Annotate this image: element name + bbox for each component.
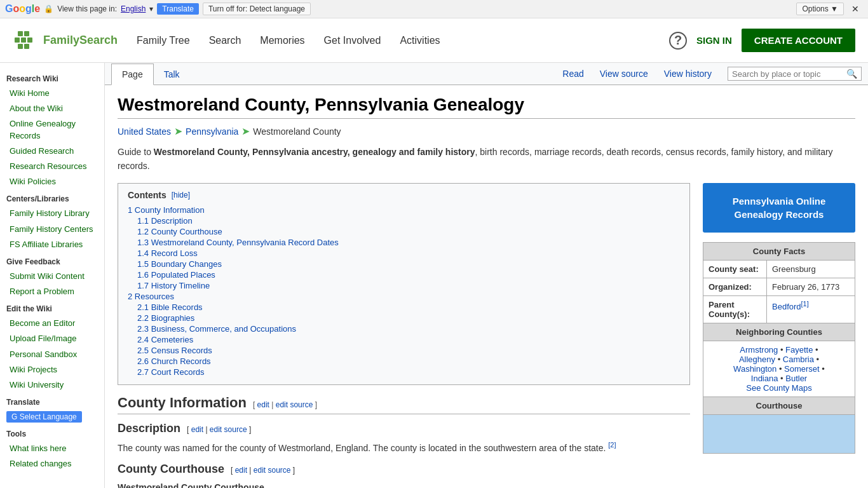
sidebar-item-submit-wiki[interactable]: Submit Wiki Content xyxy=(0,269,104,284)
washington-link[interactable]: Washington xyxy=(733,364,776,374)
svg-rect-6 xyxy=(18,44,23,49)
organized-value: February 26, 1773 xyxy=(767,278,855,295)
tab-talk[interactable]: Talk xyxy=(154,64,190,85)
contents-link-1-1[interactable]: 1.1 Description xyxy=(137,216,193,226)
wiki-search-input[interactable] xyxy=(732,69,846,79)
breadcrumb-pa[interactable]: Pennsylvania xyxy=(186,126,238,137)
sidebar-item-online-genealogy[interactable]: Online Genealogy Records xyxy=(0,116,104,143)
list-item: 2.4 Cemeteries xyxy=(128,335,680,344)
contents-link-1-4[interactable]: 1.4 Record Loss xyxy=(137,248,198,258)
sidebar-item-what-links-here[interactable]: What links here xyxy=(0,441,104,456)
sidebar-item-wiki-university[interactable]: Wiki University xyxy=(0,377,104,393)
sidebar-item-wiki-policies[interactable]: Wiki Policies xyxy=(0,174,104,189)
fayette-link[interactable]: Fayette xyxy=(785,345,813,355)
sidebar-item-guided-research[interactable]: Guided Research xyxy=(0,144,104,159)
courthouse-edit-link[interactable]: edit xyxy=(235,466,247,475)
breadcrumb-us[interactable]: United States xyxy=(118,126,171,137)
contents-hide-link[interactable]: [hide] xyxy=(172,191,190,200)
tab-read[interactable]: Read xyxy=(556,64,590,84)
desc-edit-source-link[interactable]: edit source xyxy=(210,425,247,434)
courthouse-image-cell xyxy=(703,414,855,453)
tab-view-history[interactable]: View history xyxy=(658,64,718,84)
nav-memories[interactable]: Memories xyxy=(260,35,304,46)
contents-link-2-1[interactable]: 2.1 Bible Records xyxy=(137,302,203,312)
list-item: 2.5 Census Records xyxy=(128,346,680,355)
parent-ref-link[interactable]: [1] xyxy=(801,300,809,308)
pa-records-button[interactable]: Pennsylvania OnlineGenealogy Records xyxy=(703,183,855,233)
county-info-edit-source-link[interactable]: edit source xyxy=(276,400,313,409)
translate-button[interactable]: Translate xyxy=(157,3,199,15)
contents-link-1-6[interactable]: 1.6 Populated Places xyxy=(137,270,215,280)
wiki-area: Page Talk Read View source View history … xyxy=(105,63,868,488)
options-button[interactable]: Options ▼ xyxy=(796,3,844,15)
tab-view-source[interactable]: View source xyxy=(593,64,654,84)
bedford-link[interactable]: Bedford xyxy=(772,302,801,311)
help-icon[interactable]: ? xyxy=(669,32,687,50)
allegheny-link[interactable]: Allegheny xyxy=(739,355,775,364)
see-county-maps-link[interactable]: See County Maps xyxy=(746,383,811,393)
svg-rect-2 xyxy=(24,31,29,36)
sign-in-button[interactable]: SIGN IN xyxy=(696,35,732,46)
parent-county-value: Bedford[1] xyxy=(767,295,855,323)
list-item: 1.3 Westmoreland County, Pennsylvania Re… xyxy=(128,238,680,247)
sidebar-item-about-wiki[interactable]: About the Wiki xyxy=(0,101,104,116)
contents-link-1[interactable]: 1 County Information xyxy=(128,205,205,215)
contents-header: Contents [hide] xyxy=(128,190,680,200)
select-language-btn[interactable]: G Select Language xyxy=(6,411,82,423)
courthouse-edit-source-link[interactable]: edit source xyxy=(254,466,291,475)
sidebar-item-research-resources[interactable]: Research Resources xyxy=(0,159,104,174)
contents-link-2-4[interactable]: 2.4 Cemeteries xyxy=(137,335,193,344)
wiki-search-button[interactable]: 🔍 xyxy=(846,69,857,79)
translate-lang-link[interactable]: English xyxy=(121,4,146,13)
contents-link-2[interactable]: 2 Resources xyxy=(128,292,174,301)
indiana-link[interactable]: Indiana xyxy=(751,374,778,383)
sidebar-item-family-history-centers[interactable]: Family History Centers xyxy=(0,222,104,237)
wiki-search-box: 🔍 xyxy=(728,67,862,81)
svg-rect-7 xyxy=(24,44,29,49)
sidebar-item-wiki-home[interactable]: Wiki Home xyxy=(0,86,104,101)
nav-activities[interactable]: Activities xyxy=(400,35,440,46)
sidebar-section-research-wiki: Research Wiki xyxy=(0,69,104,86)
nav-family-tree[interactable]: Family Tree xyxy=(137,35,190,46)
sidebar-item-fs-affiliate[interactable]: FS Affiliate Libraries xyxy=(0,237,104,252)
contents-link-2-7[interactable]: 2.7 Court Records xyxy=(137,367,205,377)
logo[interactable]: FamilySearch xyxy=(13,28,118,53)
contents-link-2-6[interactable]: 2.6 Church Records xyxy=(137,356,211,366)
content-sidebar: Pennsylvania OnlineGenealogy Records Cou… xyxy=(703,183,855,488)
close-translate-button[interactable]: ✕ xyxy=(848,3,863,15)
contents-link-1-2[interactable]: 1.2 County Courthouse xyxy=(137,227,222,236)
turn-off-button[interactable]: Turn off for: Detect language xyxy=(203,3,311,15)
create-account-button[interactable]: CREATE ACCOUNT xyxy=(742,29,855,52)
sidebar-item-personal-sandbox[interactable]: Personal Sandbox xyxy=(0,347,104,362)
courthouse-image xyxy=(703,415,855,453)
sidebar-item-related-changes[interactable]: Related changes xyxy=(0,456,104,471)
sidebar-item-family-history-library[interactable]: Family History Library xyxy=(0,206,104,221)
contents-box: Contents [hide] 1 County Information 1.1… xyxy=(118,183,690,385)
sidebar-item-become-editor[interactable]: Become an Editor xyxy=(0,316,104,331)
contents-link-2-2[interactable]: 2.2 Biographies xyxy=(137,313,194,323)
contents-link-1-5[interactable]: 1.5 Boundary Changes xyxy=(137,259,222,269)
tab-page[interactable]: Page xyxy=(111,64,154,85)
sidebar-section-tools: Tools xyxy=(0,424,104,441)
contents-link-1-7[interactable]: 1.7 History Timeline xyxy=(137,281,210,290)
breadcrumb: United States ➤ Pennsylvania ➤ Westmorel… xyxy=(118,125,855,137)
somerset-link[interactable]: Somerset xyxy=(784,364,820,374)
cambria-link[interactable]: Cambria xyxy=(783,355,814,364)
nav-search[interactable]: Search xyxy=(209,35,241,46)
nav-get-involved[interactable]: Get Involved xyxy=(324,35,381,46)
county-info-edit-link[interactable]: edit xyxy=(257,400,269,409)
desc-edit-link[interactable]: edit xyxy=(191,425,203,434)
courthouse-heading: County Courthouse [ edit | edit source ] xyxy=(118,463,690,476)
wiki-tabs-bar: Page Talk Read View source View history … xyxy=(105,63,868,85)
contents-link-2-3[interactable]: 2.3 Business, Commerce, and Occupations xyxy=(137,324,296,334)
armstrong-link[interactable]: Armstrong xyxy=(740,345,778,355)
sidebar-item-wiki-projects[interactable]: Wiki Projects xyxy=(0,362,104,377)
butler-link[interactable]: Butler xyxy=(785,374,807,383)
ref2-link[interactable]: [2] xyxy=(608,441,616,449)
contents-link-1-3[interactable]: 1.3 Westmoreland County, Pennsylvania Re… xyxy=(137,238,339,247)
sidebar-item-report-problem[interactable]: Report a Problem xyxy=(0,284,104,299)
sidebar-item-upload-file[interactable]: Upload File/Image xyxy=(0,331,104,346)
sidebar-section-translate: Translate xyxy=(0,393,104,409)
list-item: 2 Resources xyxy=(128,292,680,301)
contents-link-2-5[interactable]: 2.5 Census Records xyxy=(137,346,212,355)
